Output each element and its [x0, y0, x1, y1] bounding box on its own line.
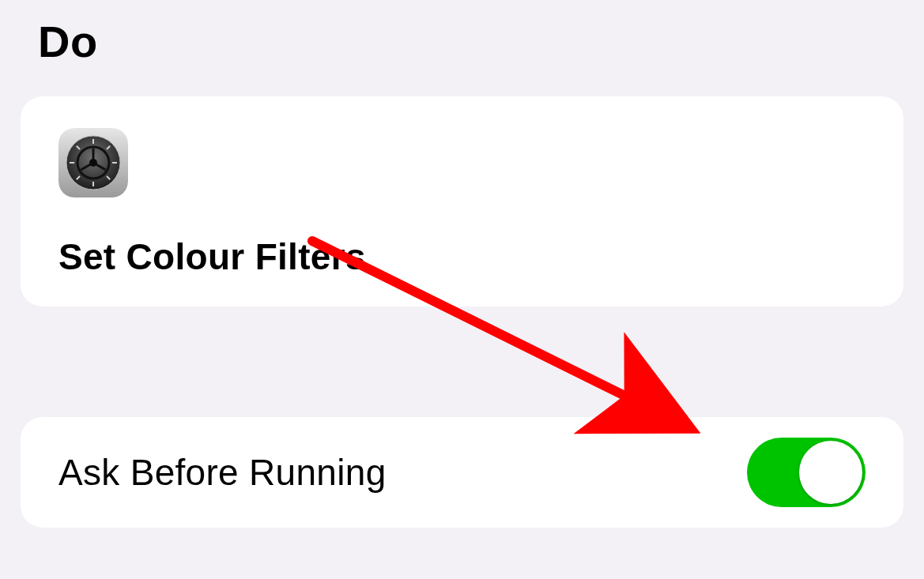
- toggle-knob: [799, 441, 862, 504]
- ask-before-running-row: Ask Before Running: [21, 417, 903, 528]
- ask-before-running-toggle[interactable]: [747, 438, 866, 507]
- settings-app-icon: [58, 128, 128, 197]
- svg-point-14: [89, 159, 97, 167]
- action-title: Set Colour Filters: [58, 235, 866, 278]
- section-header-do: Do: [38, 16, 98, 67]
- toggle-label-ask-before-running: Ask Before Running: [58, 451, 387, 494]
- action-card-set-colour-filters[interactable]: Set Colour Filters: [21, 96, 903, 306]
